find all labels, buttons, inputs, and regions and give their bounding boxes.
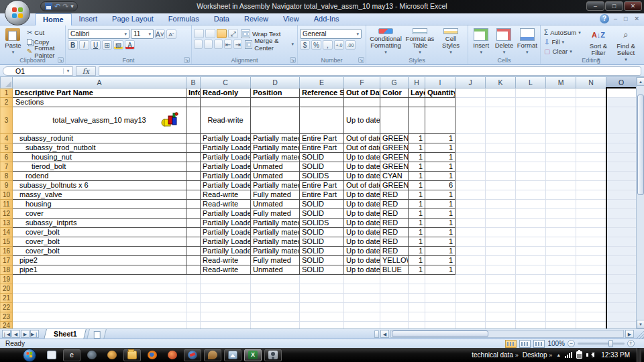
cell-L22[interactable] bbox=[516, 302, 546, 312]
cell-L15[interactable] bbox=[516, 237, 546, 246]
cell-F3[interactable]: Up to date bbox=[344, 107, 380, 133]
cell-J17[interactable] bbox=[455, 255, 486, 265]
row-header-17[interactable]: 17 bbox=[1, 255, 13, 265]
cell-G3[interactable] bbox=[380, 107, 409, 133]
cell-J2[interactable] bbox=[455, 97, 486, 107]
cell-L13[interactable] bbox=[516, 218, 546, 227]
cell-C12[interactable]: Partially Loaded bbox=[201, 208, 251, 218]
cell-J5[interactable] bbox=[455, 143, 486, 152]
cell-L5[interactable] bbox=[516, 143, 546, 152]
cell-I7[interactable]: 1 bbox=[425, 162, 455, 171]
cell-I4[interactable]: 1 bbox=[425, 133, 455, 143]
column-header-D[interactable]: D bbox=[251, 77, 300, 88]
cell-A11[interactable]: housing bbox=[13, 199, 186, 208]
cell-F17[interactable]: Up to date bbox=[344, 255, 380, 265]
cell-O19[interactable] bbox=[606, 274, 637, 284]
cell-D4[interactable]: Partially mated bbox=[251, 133, 300, 143]
cell-N18[interactable] bbox=[576, 265, 606, 274]
cell-H19[interactable] bbox=[409, 274, 425, 284]
cell-I21[interactable] bbox=[425, 293, 455, 302]
cell-H15[interactable]: 1 bbox=[409, 237, 425, 246]
cell-N15[interactable] bbox=[576, 237, 606, 246]
zoom-level[interactable]: 100% bbox=[547, 340, 565, 347]
first-sheet-icon[interactable]: ❘◀ bbox=[2, 330, 11, 338]
cell-E15[interactable]: SOLID bbox=[300, 237, 344, 246]
cell-I2[interactable] bbox=[425, 97, 455, 107]
cell-O1[interactable] bbox=[606, 88, 637, 97]
decrease-indent-icon[interactable]: ⇤ bbox=[224, 40, 232, 49]
cell-E18[interactable]: SOLID bbox=[300, 265, 344, 274]
cell-G21[interactable] bbox=[380, 293, 409, 302]
cell-N19[interactable] bbox=[576, 274, 606, 284]
cell-A17[interactable]: pipe2 bbox=[13, 255, 186, 265]
decrease-decimal-icon[interactable]: .00 bbox=[345, 40, 356, 50]
cell-K14[interactable] bbox=[486, 227, 516, 237]
cell-A2[interactable]: Sections bbox=[13, 97, 186, 107]
cell-L7[interactable] bbox=[516, 162, 546, 171]
cell-styles-button[interactable]: Cell Styles▾ bbox=[437, 27, 465, 56]
cell-B10[interactable] bbox=[186, 190, 201, 199]
cell-D16[interactable]: Partially mated bbox=[251, 246, 300, 255]
cell-N12[interactable] bbox=[576, 208, 606, 218]
italic-button[interactable]: I bbox=[79, 40, 89, 50]
cell-I5[interactable]: 1 bbox=[425, 143, 455, 152]
close-button[interactable]: ✕ bbox=[624, 1, 642, 11]
cell-A5[interactable]: subassy_trod_nutbolt bbox=[13, 143, 186, 152]
cell-B3[interactable] bbox=[186, 107, 201, 133]
align-left-icon[interactable] bbox=[194, 40, 203, 49]
scroll-down-icon[interactable]: ▼ bbox=[637, 320, 644, 328]
row-header-1[interactable]: 1 bbox=[1, 88, 13, 97]
scroll-right-icon[interactable]: ▶ bbox=[625, 330, 634, 338]
cell-B9[interactable] bbox=[186, 180, 201, 190]
cell-O14[interactable] bbox=[606, 227, 637, 237]
cell-N20[interactable] bbox=[576, 284, 606, 293]
row-header-14[interactable]: 14 bbox=[1, 227, 13, 237]
cell-M21[interactable] bbox=[546, 293, 576, 302]
tab-data[interactable]: Data bbox=[207, 13, 237, 25]
cell-B6[interactable] bbox=[186, 152, 201, 162]
delete-cells-button[interactable]: Delete▾ bbox=[493, 27, 515, 56]
cell-G22[interactable] bbox=[380, 302, 409, 312]
tab-split-handle[interactable] bbox=[374, 330, 379, 338]
cell-D10[interactable]: Fully mated bbox=[251, 190, 300, 199]
cell-E9[interactable]: Entire Part bbox=[300, 180, 344, 190]
cell-J20[interactable] bbox=[455, 284, 486, 293]
toolbar-desktop[interactable]: Desktop » bbox=[523, 351, 552, 359]
cell-J21[interactable] bbox=[455, 293, 486, 302]
cell-D14[interactable]: Partially mated bbox=[251, 227, 300, 237]
cell-H7[interactable]: 1 bbox=[409, 162, 425, 171]
shrink-font-icon[interactable]: Aˇ bbox=[166, 29, 176, 39]
increase-decimal-icon[interactable]: +.0 bbox=[334, 40, 344, 50]
volume-icon[interactable] bbox=[586, 351, 594, 359]
cell-B12[interactable] bbox=[186, 208, 201, 218]
cell-M20[interactable] bbox=[546, 284, 576, 293]
cell-E6[interactable]: SOLID bbox=[300, 152, 344, 162]
cell-C14[interactable]: Partially Loaded bbox=[201, 227, 251, 237]
comma-icon[interactable]: , bbox=[323, 40, 333, 50]
cell-O2[interactable] bbox=[606, 97, 637, 107]
show-desktop-button[interactable] bbox=[637, 348, 641, 362]
row-header-24[interactable]: 24 bbox=[1, 321, 13, 328]
cell-C7[interactable]: Partially Loaded bbox=[201, 162, 251, 171]
cell-K24[interactable] bbox=[486, 321, 516, 328]
cell-B7[interactable] bbox=[186, 162, 201, 171]
cell-G10[interactable]: RED bbox=[380, 190, 409, 199]
workbook-close-icon[interactable]: ✕ bbox=[632, 15, 641, 23]
cell-J3[interactable] bbox=[455, 107, 486, 133]
cell-O20[interactable] bbox=[606, 284, 637, 293]
autosum-button[interactable]: ΣAutoSum▾ bbox=[543, 28, 584, 37]
horizontal-scrollbar[interactable] bbox=[390, 330, 624, 338]
cell-N13[interactable] bbox=[576, 218, 606, 227]
row-header-2[interactable]: 2 bbox=[1, 97, 13, 107]
cell-B19[interactable] bbox=[186, 274, 201, 284]
cell-I13[interactable]: 1 bbox=[425, 218, 455, 227]
cell-B18[interactable] bbox=[186, 265, 201, 274]
cell-J1[interactable] bbox=[455, 88, 486, 97]
row-header-12[interactable]: 12 bbox=[1, 208, 13, 218]
cell-I14[interactable]: 1 bbox=[425, 227, 455, 237]
zoom-slider[interactable] bbox=[578, 343, 625, 345]
cell-M8[interactable] bbox=[546, 171, 576, 180]
cell-J15[interactable] bbox=[455, 237, 486, 246]
cell-F11[interactable]: Up to date bbox=[344, 199, 380, 208]
row-header-5[interactable]: 5 bbox=[1, 143, 13, 152]
